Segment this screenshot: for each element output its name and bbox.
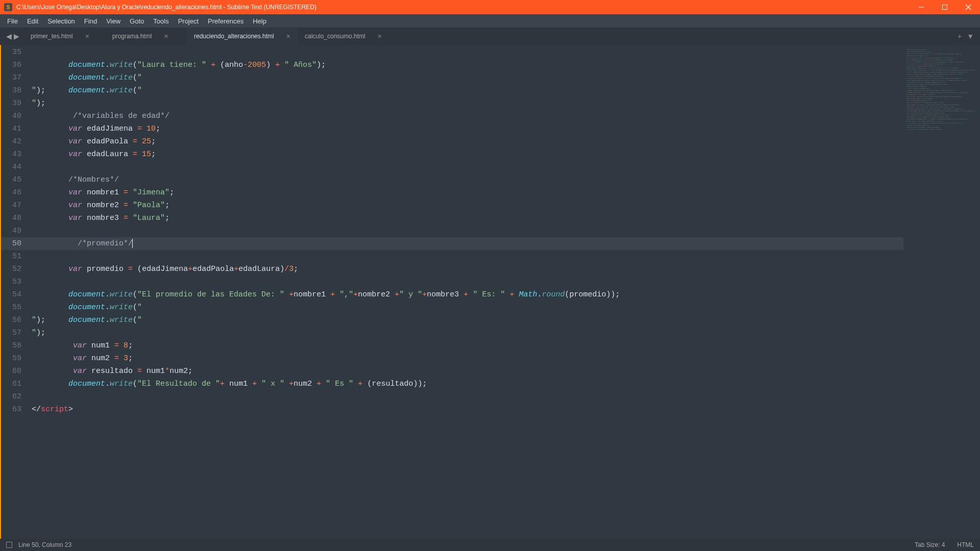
tab-label: reduciendo_alteraciones.html (194, 33, 274, 40)
menu-preferences[interactable]: Preferences (204, 16, 248, 27)
line-number-gutter[interactable]: 3536373839404142434445464748495051525354… (1, 45, 30, 539)
menu-goto[interactable]: Goto (126, 16, 148, 27)
menu-find[interactable]: Find (80, 16, 101, 27)
tab-label: programa.html (112, 33, 152, 40)
close-icon[interactable]: × (164, 32, 168, 40)
menu-edit[interactable]: Edit (23, 16, 42, 27)
minimize-button[interactable] (910, 0, 933, 14)
tab-bar: ◀ ▶ primer_tes.html × programa.html × re… (0, 28, 980, 45)
tab-calculo-consumo[interactable]: calculo_consumo.html × (298, 28, 389, 45)
window-titlebar: S C:\Users\Jose Ortega\Desktop\Alura y O… (0, 0, 980, 14)
editor-main: 3536373839404142434445464748495051525354… (0, 45, 980, 539)
status-cursor-position[interactable]: Line 50, Column 23 (18, 541, 71, 548)
close-icon[interactable]: × (378, 32, 382, 40)
menu-tools[interactable]: Tools (149, 16, 173, 27)
menu-help[interactable]: Help (249, 16, 271, 27)
svg-rect-1 (943, 5, 947, 10)
close-icon[interactable]: × (85, 32, 89, 40)
tab-primer-tes[interactable]: primer_tes.html × (23, 28, 105, 45)
nav-back-icon[interactable]: ◀ (6, 32, 12, 40)
menu-file[interactable]: File (3, 16, 22, 27)
menu-view[interactable]: View (102, 16, 125, 27)
tab-dropdown-icon[interactable]: ▼ (967, 32, 974, 40)
app-icon: S (4, 3, 12, 11)
maximize-button[interactable] (933, 0, 957, 14)
minimap[interactable]: ▬▬▬▬▬▬▬▬▬▬▬▬▬▬▬▬▬▬▬▬▬▬▬▬▬▬▬▬▬▬▬▬▬▬▬▬▬▬▬▬… (903, 45, 980, 539)
status-syntax[interactable]: HTML (957, 541, 974, 548)
menu-project[interactable]: Project (174, 16, 203, 27)
tab-programa[interactable]: programa.html × (105, 28, 187, 45)
menu-selection[interactable]: Selection (43, 16, 79, 27)
tab-label: primer_tes.html (31, 33, 73, 40)
new-tab-button[interactable]: + (958, 32, 962, 40)
window-title: C:\Users\Jose Ortega\Desktop\Alura y Ora… (16, 4, 316, 11)
nav-forward-icon[interactable]: ▶ (14, 32, 19, 40)
code-editor[interactable]: document.write("Laura tiene: " + (anho-2… (30, 45, 903, 539)
panel-switcher-icon[interactable] (6, 542, 12, 548)
close-button[interactable] (957, 0, 980, 14)
menu-bar: File Edit Selection Find View Goto Tools… (0, 14, 980, 28)
tab-reduciendo-alteraciones[interactable]: reduciendo_alteraciones.html × (187, 28, 298, 45)
status-bar: Line 50, Column 23 Tab Size: 4 HTML (0, 539, 980, 551)
close-icon[interactable]: × (286, 32, 290, 40)
status-tab-size[interactable]: Tab Size: 4 (915, 541, 945, 548)
tab-label: calculo_consumo.html (305, 33, 365, 40)
